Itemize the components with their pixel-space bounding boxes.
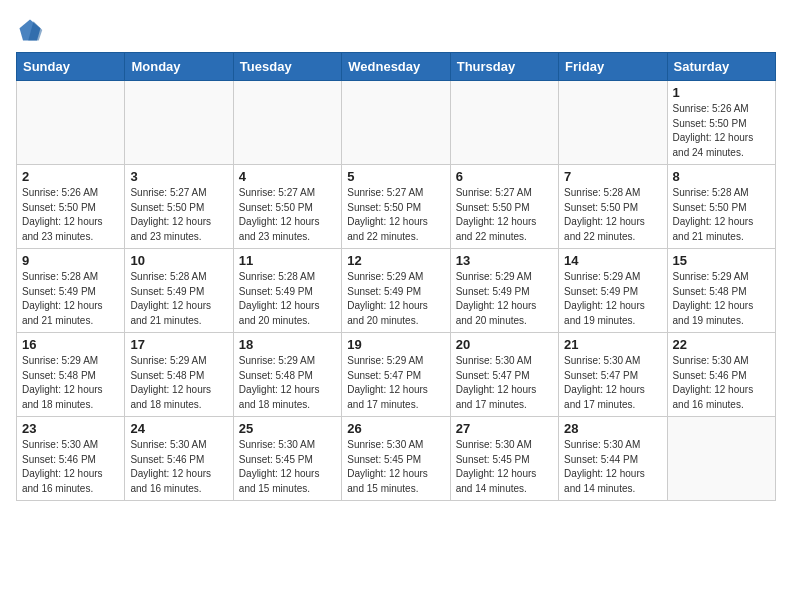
day-number: 14 [564,253,661,268]
calendar-cell: 10Sunrise: 5:28 AM Sunset: 5:49 PM Dayli… [125,249,233,333]
calendar-week-row: 9Sunrise: 5:28 AM Sunset: 5:49 PM Daylig… [17,249,776,333]
day-info: Sunrise: 5:30 AM Sunset: 5:47 PM Dayligh… [456,354,553,412]
day-number: 15 [673,253,770,268]
day-info: Sunrise: 5:29 AM Sunset: 5:48 PM Dayligh… [673,270,770,328]
day-number: 1 [673,85,770,100]
day-number: 22 [673,337,770,352]
calendar-cell: 3Sunrise: 5:27 AM Sunset: 5:50 PM Daylig… [125,165,233,249]
calendar-header-monday: Monday [125,53,233,81]
day-number: 25 [239,421,336,436]
calendar-header-sunday: Sunday [17,53,125,81]
day-info: Sunrise: 5:29 AM Sunset: 5:48 PM Dayligh… [22,354,119,412]
calendar-table: SundayMondayTuesdayWednesdayThursdayFrid… [16,52,776,501]
day-info: Sunrise: 5:28 AM Sunset: 5:49 PM Dayligh… [239,270,336,328]
calendar-cell: 5Sunrise: 5:27 AM Sunset: 5:50 PM Daylig… [342,165,450,249]
day-info: Sunrise: 5:28 AM Sunset: 5:50 PM Dayligh… [673,186,770,244]
day-number: 4 [239,169,336,184]
day-number: 5 [347,169,444,184]
calendar-header-thursday: Thursday [450,53,558,81]
calendar-cell: 2Sunrise: 5:26 AM Sunset: 5:50 PM Daylig… [17,165,125,249]
calendar-header-row: SundayMondayTuesdayWednesdayThursdayFrid… [17,53,776,81]
day-number: 19 [347,337,444,352]
page-header [16,16,776,44]
calendar-week-row: 2Sunrise: 5:26 AM Sunset: 5:50 PM Daylig… [17,165,776,249]
calendar-cell: 7Sunrise: 5:28 AM Sunset: 5:50 PM Daylig… [559,165,667,249]
calendar-cell: 13Sunrise: 5:29 AM Sunset: 5:49 PM Dayli… [450,249,558,333]
day-number: 21 [564,337,661,352]
calendar-cell: 23Sunrise: 5:30 AM Sunset: 5:46 PM Dayli… [17,417,125,501]
calendar-header-friday: Friday [559,53,667,81]
day-number: 23 [22,421,119,436]
calendar-cell: 15Sunrise: 5:29 AM Sunset: 5:48 PM Dayli… [667,249,775,333]
calendar-cell: 27Sunrise: 5:30 AM Sunset: 5:45 PM Dayli… [450,417,558,501]
calendar-cell: 16Sunrise: 5:29 AM Sunset: 5:48 PM Dayli… [17,333,125,417]
day-number: 8 [673,169,770,184]
day-info: Sunrise: 5:29 AM Sunset: 5:48 PM Dayligh… [239,354,336,412]
calendar-header-wednesday: Wednesday [342,53,450,81]
logo-icon [16,16,44,44]
calendar-cell: 24Sunrise: 5:30 AM Sunset: 5:46 PM Dayli… [125,417,233,501]
day-number: 12 [347,253,444,268]
day-number: 27 [456,421,553,436]
day-info: Sunrise: 5:28 AM Sunset: 5:49 PM Dayligh… [22,270,119,328]
day-info: Sunrise: 5:30 AM Sunset: 5:46 PM Dayligh… [130,438,227,496]
calendar-week-row: 16Sunrise: 5:29 AM Sunset: 5:48 PM Dayli… [17,333,776,417]
day-number: 17 [130,337,227,352]
day-number: 11 [239,253,336,268]
day-info: Sunrise: 5:28 AM Sunset: 5:49 PM Dayligh… [130,270,227,328]
day-number: 28 [564,421,661,436]
calendar-cell: 14Sunrise: 5:29 AM Sunset: 5:49 PM Dayli… [559,249,667,333]
day-info: Sunrise: 5:30 AM Sunset: 5:45 PM Dayligh… [239,438,336,496]
day-number: 3 [130,169,227,184]
calendar-cell: 21Sunrise: 5:30 AM Sunset: 5:47 PM Dayli… [559,333,667,417]
calendar-cell [450,81,558,165]
day-info: Sunrise: 5:26 AM Sunset: 5:50 PM Dayligh… [22,186,119,244]
calendar-cell: 11Sunrise: 5:28 AM Sunset: 5:49 PM Dayli… [233,249,341,333]
day-number: 24 [130,421,227,436]
day-info: Sunrise: 5:29 AM Sunset: 5:48 PM Dayligh… [130,354,227,412]
day-info: Sunrise: 5:30 AM Sunset: 5:46 PM Dayligh… [22,438,119,496]
calendar-header-saturday: Saturday [667,53,775,81]
calendar-cell: 6Sunrise: 5:27 AM Sunset: 5:50 PM Daylig… [450,165,558,249]
calendar-cell: 19Sunrise: 5:29 AM Sunset: 5:47 PM Dayli… [342,333,450,417]
day-info: Sunrise: 5:28 AM Sunset: 5:50 PM Dayligh… [564,186,661,244]
logo [16,16,48,44]
day-number: 10 [130,253,227,268]
calendar-cell: 9Sunrise: 5:28 AM Sunset: 5:49 PM Daylig… [17,249,125,333]
day-info: Sunrise: 5:29 AM Sunset: 5:49 PM Dayligh… [564,270,661,328]
day-number: 16 [22,337,119,352]
calendar-cell: 26Sunrise: 5:30 AM Sunset: 5:45 PM Dayli… [342,417,450,501]
day-number: 20 [456,337,553,352]
calendar-cell: 25Sunrise: 5:30 AM Sunset: 5:45 PM Dayli… [233,417,341,501]
calendar-cell: 8Sunrise: 5:28 AM Sunset: 5:50 PM Daylig… [667,165,775,249]
day-number: 2 [22,169,119,184]
day-number: 6 [456,169,553,184]
calendar-cell [17,81,125,165]
day-info: Sunrise: 5:29 AM Sunset: 5:49 PM Dayligh… [456,270,553,328]
day-info: Sunrise: 5:27 AM Sunset: 5:50 PM Dayligh… [456,186,553,244]
day-number: 18 [239,337,336,352]
day-info: Sunrise: 5:26 AM Sunset: 5:50 PM Dayligh… [673,102,770,160]
day-info: Sunrise: 5:30 AM Sunset: 5:47 PM Dayligh… [564,354,661,412]
calendar-cell: 12Sunrise: 5:29 AM Sunset: 5:49 PM Dayli… [342,249,450,333]
calendar-cell: 20Sunrise: 5:30 AM Sunset: 5:47 PM Dayli… [450,333,558,417]
day-number: 13 [456,253,553,268]
calendar-cell [233,81,341,165]
calendar-week-row: 1Sunrise: 5:26 AM Sunset: 5:50 PM Daylig… [17,81,776,165]
calendar-cell: 18Sunrise: 5:29 AM Sunset: 5:48 PM Dayli… [233,333,341,417]
calendar-week-row: 23Sunrise: 5:30 AM Sunset: 5:46 PM Dayli… [17,417,776,501]
day-info: Sunrise: 5:27 AM Sunset: 5:50 PM Dayligh… [347,186,444,244]
day-number: 26 [347,421,444,436]
calendar-header-tuesday: Tuesday [233,53,341,81]
day-info: Sunrise: 5:30 AM Sunset: 5:44 PM Dayligh… [564,438,661,496]
calendar-cell: 1Sunrise: 5:26 AM Sunset: 5:50 PM Daylig… [667,81,775,165]
day-info: Sunrise: 5:27 AM Sunset: 5:50 PM Dayligh… [239,186,336,244]
calendar-cell [559,81,667,165]
calendar-cell [125,81,233,165]
day-info: Sunrise: 5:30 AM Sunset: 5:46 PM Dayligh… [673,354,770,412]
day-info: Sunrise: 5:29 AM Sunset: 5:49 PM Dayligh… [347,270,444,328]
day-number: 9 [22,253,119,268]
day-info: Sunrise: 5:27 AM Sunset: 5:50 PM Dayligh… [130,186,227,244]
calendar-cell: 17Sunrise: 5:29 AM Sunset: 5:48 PM Dayli… [125,333,233,417]
day-number: 7 [564,169,661,184]
